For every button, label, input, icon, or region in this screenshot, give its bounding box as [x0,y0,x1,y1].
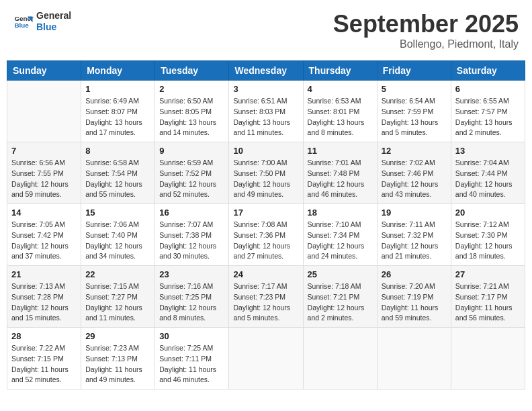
calendar-cell: 14Sunrise: 7:05 AM Sunset: 7:42 PM Dayli… [7,204,81,266]
calendar-cell: 9Sunrise: 6:59 AM Sunset: 7:52 PM Daylig… [155,142,229,204]
day-info: Sunrise: 6:49 AM Sunset: 8:07 PM Dayligh… [85,96,150,138]
header-day-saturday: Saturday [451,61,525,81]
day-info: Sunrise: 7:16 AM Sunset: 7:25 PM Dayligh… [159,281,224,324]
calendar-cell: 25Sunrise: 7:18 AM Sunset: 7:21 PM Dayli… [303,266,377,328]
day-info: Sunrise: 7:22 AM Sunset: 7:15 PM Dayligh… [11,343,77,385]
header-day-sunday: Sunday [7,61,81,81]
week-row-3: 14Sunrise: 7:05 AM Sunset: 7:42 PM Dayli… [7,204,525,266]
day-info: Sunrise: 6:53 AM Sunset: 8:01 PM Dayligh… [308,96,373,138]
day-number: 19 [382,208,447,218]
day-number: 6 [455,84,521,94]
calendar-cell: 15Sunrise: 7:06 AM Sunset: 7:40 PM Dayli… [81,204,155,266]
calendar-cell [7,81,81,142]
day-number: 12 [382,146,447,156]
week-row-2: 7Sunrise: 6:56 AM Sunset: 7:55 PM Daylig… [7,142,525,204]
day-info: Sunrise: 7:20 AM Sunset: 7:19 PM Dayligh… [382,281,447,324]
day-info: Sunrise: 7:17 AM Sunset: 7:23 PM Dayligh… [233,281,298,324]
day-info: Sunrise: 7:23 AM Sunset: 7:13 PM Dayligh… [85,343,150,385]
calendar-cell: 18Sunrise: 7:10 AM Sunset: 7:34 PM Dayli… [303,204,377,266]
day-number: 15 [85,208,150,218]
calendar-cell: 27Sunrise: 7:21 AM Sunset: 7:17 PM Dayli… [451,266,525,328]
day-number: 22 [85,269,150,279]
page-header: General Blue General Blue September 2025… [7,7,525,54]
svg-text:Blue: Blue [15,21,30,29]
week-row-5: 28Sunrise: 7:22 AM Sunset: 7:15 PM Dayli… [7,328,525,390]
calendar-cell: 12Sunrise: 7:02 AM Sunset: 7:46 PM Dayli… [377,142,451,204]
calendar-cell: 1Sunrise: 6:49 AM Sunset: 8:07 PM Daylig… [81,81,155,142]
header-day-tuesday: Tuesday [155,61,229,81]
day-info: Sunrise: 6:50 AM Sunset: 8:05 PM Dayligh… [159,96,224,138]
title-block: September 2025 Bollengo, Piedmont, Italy [333,10,519,50]
day-number: 20 [455,208,521,218]
day-number: 3 [233,84,298,94]
day-number: 8 [85,146,150,156]
day-number: 27 [455,269,521,279]
day-info: Sunrise: 6:55 AM Sunset: 7:57 PM Dayligh… [455,96,521,138]
logo: General Blue General Blue [13,10,71,33]
month-title: September 2025 [333,10,519,38]
day-number: 14 [11,208,77,218]
day-info: Sunrise: 7:00 AM Sunset: 7:50 PM Dayligh… [233,158,298,200]
day-number: 29 [85,331,150,341]
header-day-friday: Friday [377,61,451,81]
day-info: Sunrise: 7:07 AM Sunset: 7:38 PM Dayligh… [159,220,224,262]
day-number: 25 [308,269,373,279]
day-number: 28 [11,331,77,341]
calendar-cell: 2Sunrise: 6:50 AM Sunset: 8:05 PM Daylig… [155,81,229,142]
day-number: 24 [233,269,298,279]
day-number: 1 [85,84,150,94]
logo-blue: Blue [36,21,71,33]
calendar-cell: 8Sunrise: 6:58 AM Sunset: 7:54 PM Daylig… [81,142,155,204]
day-number: 7 [11,146,77,156]
header-day-wednesday: Wednesday [229,61,303,81]
day-number: 5 [382,84,447,94]
header-day-thursday: Thursday [303,61,377,81]
day-number: 17 [233,208,298,218]
logo-icon: General Blue [13,11,34,32]
calendar-cell [377,328,451,390]
header-row: SundayMondayTuesdayWednesdayThursdayFrid… [7,61,525,81]
calendar-cell [303,328,377,390]
day-info: Sunrise: 7:04 AM Sunset: 7:44 PM Dayligh… [455,158,521,200]
day-number: 4 [308,84,373,94]
calendar-cell [451,328,525,390]
day-info: Sunrise: 6:56 AM Sunset: 7:55 PM Dayligh… [11,158,77,200]
day-info: Sunrise: 7:06 AM Sunset: 7:40 PM Dayligh… [85,220,150,262]
calendar-cell: 21Sunrise: 7:13 AM Sunset: 7:28 PM Dayli… [7,266,81,328]
day-info: Sunrise: 6:51 AM Sunset: 8:03 PM Dayligh… [233,96,298,138]
day-info: Sunrise: 7:11 AM Sunset: 7:32 PM Dayligh… [382,220,447,262]
calendar-cell: 16Sunrise: 7:07 AM Sunset: 7:38 PM Dayli… [155,204,229,266]
day-number: 9 [159,146,224,156]
calendar-body: 1Sunrise: 6:49 AM Sunset: 8:07 PM Daylig… [7,81,525,390]
calendar-cell: 5Sunrise: 6:54 AM Sunset: 7:59 PM Daylig… [377,81,451,142]
day-number: 2 [159,84,224,94]
week-row-1: 1Sunrise: 6:49 AM Sunset: 8:07 PM Daylig… [7,81,525,142]
day-number: 10 [233,146,298,156]
calendar-cell: 17Sunrise: 7:08 AM Sunset: 7:36 PM Dayli… [229,204,303,266]
calendar-cell: 20Sunrise: 7:12 AM Sunset: 7:30 PM Dayli… [451,204,525,266]
day-info: Sunrise: 6:59 AM Sunset: 7:52 PM Dayligh… [159,158,224,200]
day-info: Sunrise: 7:25 AM Sunset: 7:11 PM Dayligh… [159,343,224,385]
day-info: Sunrise: 7:15 AM Sunset: 7:27 PM Dayligh… [85,281,150,324]
calendar-cell: 13Sunrise: 7:04 AM Sunset: 7:44 PM Dayli… [451,142,525,204]
day-info: Sunrise: 7:21 AM Sunset: 7:17 PM Dayligh… [455,281,521,324]
calendar-cell: 3Sunrise: 6:51 AM Sunset: 8:03 PM Daylig… [229,81,303,142]
calendar-cell: 10Sunrise: 7:00 AM Sunset: 7:50 PM Dayli… [229,142,303,204]
day-info: Sunrise: 7:08 AM Sunset: 7:36 PM Dayligh… [233,220,298,262]
day-number: 16 [159,208,224,218]
calendar-cell [229,328,303,390]
day-info: Sunrise: 7:18 AM Sunset: 7:21 PM Dayligh… [308,281,373,324]
calendar-cell: 22Sunrise: 7:15 AM Sunset: 7:27 PM Dayli… [81,266,155,328]
calendar-cell: 7Sunrise: 6:56 AM Sunset: 7:55 PM Daylig… [7,142,81,204]
calendar-cell: 6Sunrise: 6:55 AM Sunset: 7:57 PM Daylig… [451,81,525,142]
day-info: Sunrise: 7:05 AM Sunset: 7:42 PM Dayligh… [11,220,77,262]
calendar-cell: 4Sunrise: 6:53 AM Sunset: 8:01 PM Daylig… [303,81,377,142]
location-subtitle: Bollengo, Piedmont, Italy [333,38,519,50]
calendar-table: SundayMondayTuesdayWednesdayThursdayFrid… [7,60,525,390]
day-number: 26 [382,269,447,279]
calendar-cell: 26Sunrise: 7:20 AM Sunset: 7:19 PM Dayli… [377,266,451,328]
day-number: 18 [308,208,373,218]
day-number: 13 [455,146,521,156]
calendar-cell: 19Sunrise: 7:11 AM Sunset: 7:32 PM Dayli… [377,204,451,266]
calendar-cell: 28Sunrise: 7:22 AM Sunset: 7:15 PM Dayli… [7,328,81,390]
